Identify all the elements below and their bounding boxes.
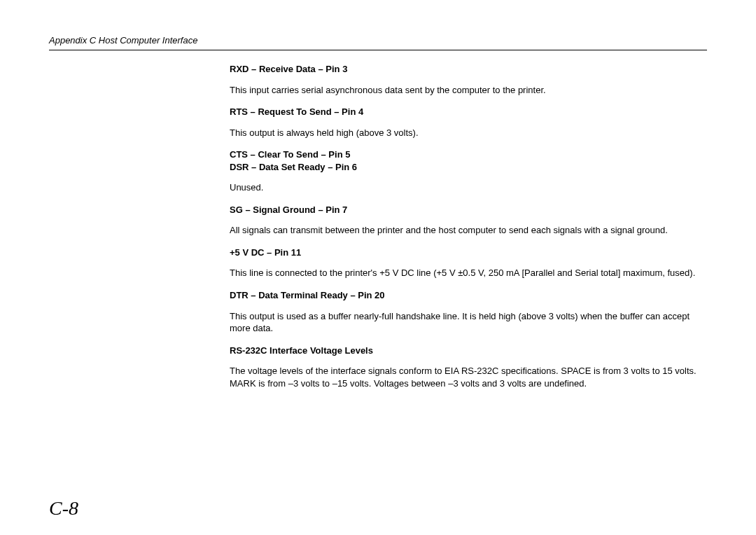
section-heading-sg: SG – Signal Ground – Pin 7 — [230, 204, 701, 216]
section-heading-dsr: DSR – Data Set Ready – Pin 6 — [230, 161, 701, 174]
section-paragraph: The voltage levels of the interface sign… — [230, 365, 701, 389]
section-paragraph: Unused. — [230, 181, 701, 194]
section-paragraph: This input carries serial asynchronous d… — [230, 84, 701, 97]
body-content: RXD – Receive Data – Pin 3 This input ca… — [230, 63, 701, 389]
page-number: C-8 — [49, 497, 78, 520]
section-heading-cts: CTS – Clear To Send – Pin 5 — [230, 148, 701, 161]
section-heading-dtr: DTR – Data Terminal Ready – Pin 20 — [230, 289, 701, 302]
section-heading-5vdc: +5 V DC – Pin 11 — [230, 246, 701, 259]
section-heading-rts: RTS – Request To Send – Pin 4 — [230, 106, 701, 118]
section-paragraph: This output is always held high (above 3… — [230, 127, 701, 139]
section-paragraph: This output is used as a buffer nearly-f… — [230, 310, 701, 335]
running-header: Appendix C Host Computer Interface — [49, 35, 707, 50]
section-paragraph: This line is connected to the printer's … — [230, 267, 701, 279]
section-heading-rxd: RXD – Receive Data – Pin 3 — [230, 63, 701, 76]
document-page: Appendix C Host Computer Interface RXD –… — [0, 0, 756, 535]
section-heading-rs232c: RS-232C Interface Voltage Levels — [230, 345, 701, 357]
section-paragraph: All signals can transmit between the pri… — [230, 224, 701, 237]
